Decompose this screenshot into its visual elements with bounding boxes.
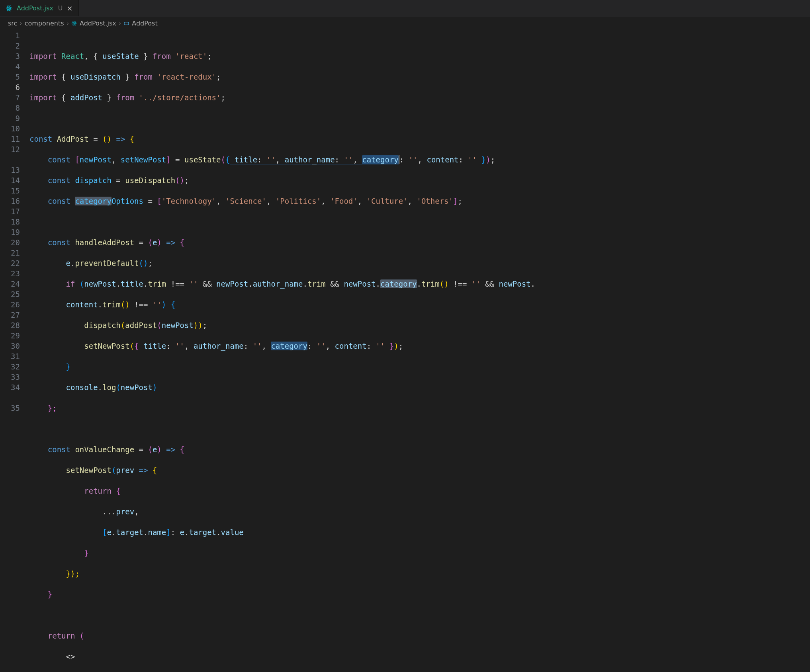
code-line[interactable]: const handleAddPost = (e) => { [29,237,810,248]
code-line[interactable]: const onValueChange = (e) => { [29,444,810,455]
breadcrumb-seg-symbol[interactable]: AddPost [132,18,157,29]
code-line[interactable]: console.log(newPost) [29,382,810,393]
chevron-right-icon: › [119,18,121,29]
code-line[interactable]: }; [29,403,810,413]
line-number: 29 [0,330,20,341]
code-line[interactable]: ...prev, [29,506,810,517]
code-line[interactable]: const categoryOptions = ['Technology', '… [29,196,810,206]
code-line[interactable]: <> [29,651,810,662]
symbol-variable-icon [123,18,129,29]
code-line[interactable]: return ( [29,631,810,641]
line-number: 4 [0,61,20,72]
line-number: 11 [0,134,20,144]
line-number: 6 [0,82,20,92]
line-number: 26 [0,299,20,310]
code-line[interactable]: [e.target.name]: e.target.value [29,527,810,537]
tab-filename: AddPost.jsx [17,3,53,14]
line-number: 12 [0,144,20,154]
line-number: 1 [0,30,20,41]
line-number: 22 [0,258,20,268]
tab-modified-marker: U [58,3,63,14]
code-line[interactable]: } [29,361,810,372]
code-line[interactable]: import { useDispatch } from 'react-redux… [29,72,810,82]
close-icon[interactable]: × [67,5,73,12]
line-number: 3 [0,51,20,61]
line-number: 23 [0,268,20,279]
code-line[interactable]: e.preventDefault(); [29,258,810,268]
code-line[interactable]: return { [29,486,810,496]
code-line[interactable]: if (newPost.title.trim !== '' && newPost… [29,279,810,289]
breadcrumb-seg-components[interactable]: components [25,18,64,29]
line-number: 30 [0,341,20,351]
line-number: 34 [0,382,20,393]
code-line[interactable]: }); [29,568,810,579]
line-number: 17 [0,206,20,217]
chevron-right-icon: › [67,18,69,29]
line-number: 27 [0,310,20,320]
line-number-gutter: 1 2 3 4 5 6 7 8 9 10 11 12 13 14 15 16 1… [0,30,29,672]
line-number [0,154,20,165]
line-number: 2 [0,41,20,51]
code-line[interactable]: content.trim() !== '') { [29,299,810,310]
line-number: 35 [0,403,20,413]
line-number: 13 [0,165,20,175]
line-number: 15 [0,186,20,196]
line-number: 24 [0,279,20,289]
code-line[interactable]: } [29,548,810,558]
line-number: 5 [0,72,20,82]
code-line[interactable]: const [newPost, setNewPost] = useState({… [29,154,810,165]
line-number: 32 [0,361,20,372]
tab-addpost[interactable]: AddPost.jsx U × [0,0,79,16]
line-number: 18 [0,217,20,227]
line-number: 28 [0,320,20,330]
line-number: 31 [0,351,20,361]
react-icon [71,18,77,29]
code-line[interactable] [29,610,810,620]
code-line[interactable]: import React, { useState } from 'react'; [29,51,810,61]
line-number: 25 [0,289,20,299]
code-editor[interactable]: 1 2 3 4 5 6 7 8 9 10 11 12 13 14 15 16 1… [0,30,810,672]
line-number: 10 [0,123,20,134]
code-line[interactable]: const dispatch = useDispatch(); [29,175,810,186]
line-number: 14 [0,175,20,186]
line-number [0,393,20,403]
selection: category [362,155,399,164]
code-area[interactable]: import React, { useState } from 'react';… [29,30,810,672]
line-number: 8 [0,103,20,113]
line-number: 7 [0,92,20,103]
svg-point-0 [9,8,10,9]
code-line[interactable]: setNewPost(prev => { [29,465,810,475]
chevron-right-icon: › [20,18,22,29]
code-line[interactable] [29,217,810,227]
code-line[interactable]: setNewPost({ title: '', author_name: '',… [29,341,810,351]
react-icon [6,5,13,12]
code-line[interactable]: } [29,589,810,600]
code-line[interactable] [29,113,810,123]
code-line[interactable]: const AddPost = () => { [29,134,810,144]
svg-point-4 [74,23,75,24]
code-line[interactable] [29,424,810,434]
breadcrumb-seg-file[interactable]: AddPost.jsx [80,18,116,29]
line-number: 16 [0,196,20,206]
line-number: 20 [0,237,20,248]
tab-bar: AddPost.jsx U × [0,0,810,17]
line-number: 9 [0,113,20,123]
breadcrumb-seg-src[interactable]: src [8,18,17,29]
code-line[interactable]: import { addPost } from '../store/action… [29,92,810,103]
svg-rect-8 [124,22,129,25]
code-line[interactable]: dispatch(addPost(newPost)); [29,320,810,330]
line-number: 21 [0,248,20,258]
line-number: 19 [0,227,20,237]
line-number: 33 [0,372,20,382]
breadcrumb[interactable]: src › components › AddPost.jsx › AddPost [0,17,810,30]
